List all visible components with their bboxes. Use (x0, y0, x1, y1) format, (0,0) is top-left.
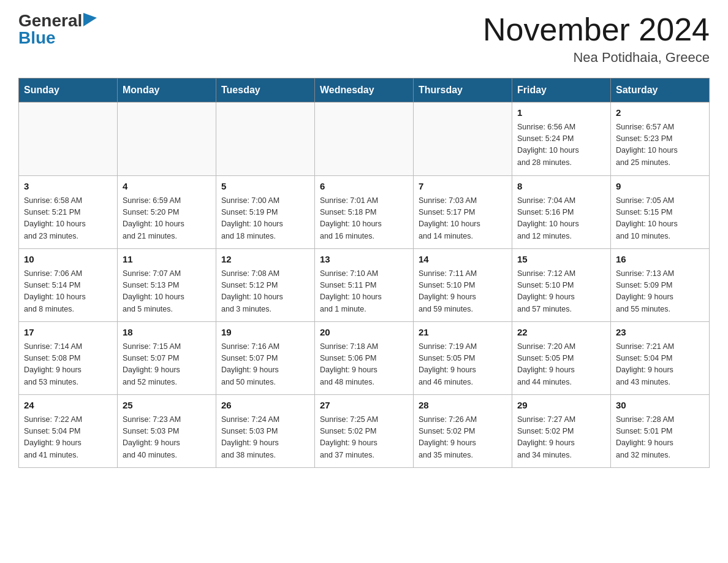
calendar-cell: 24Sunrise: 7:22 AM Sunset: 5:04 PM Dayli… (19, 395, 118, 468)
day-number: 21 (419, 326, 507, 340)
day-number: 23 (616, 326, 704, 340)
calendar-cell (216, 102, 315, 176)
day-info: Sunrise: 7:25 AM Sunset: 5:02 PM Dayligh… (320, 414, 408, 462)
day-info: Sunrise: 6:56 AM Sunset: 5:24 PM Dayligh… (517, 121, 605, 169)
day-info: Sunrise: 7:00 AM Sunset: 5:19 PM Dayligh… (221, 195, 309, 243)
day-number: 2 (616, 106, 704, 120)
day-info: Sunrise: 7:05 AM Sunset: 5:15 PM Dayligh… (616, 195, 704, 243)
calendar-table: SundayMondayTuesdayWednesdayThursdayFrid… (18, 78, 710, 468)
day-info: Sunrise: 7:18 AM Sunset: 5:06 PM Dayligh… (320, 341, 408, 389)
day-info: Sunrise: 7:28 AM Sunset: 5:01 PM Dayligh… (616, 414, 704, 462)
weekday-header-saturday: Saturday (611, 79, 710, 102)
day-number: 15 (517, 253, 605, 267)
calendar-cell: 25Sunrise: 7:23 AM Sunset: 5:03 PM Dayli… (118, 395, 216, 468)
weekday-header-row: SundayMondayTuesdayWednesdayThursdayFrid… (19, 79, 710, 102)
weekday-header-wednesday: Wednesday (315, 79, 414, 102)
calendar-cell: 29Sunrise: 7:27 AM Sunset: 5:02 PM Dayli… (512, 395, 611, 468)
day-number: 18 (123, 326, 211, 340)
calendar-cell: 17Sunrise: 7:14 AM Sunset: 5:08 PM Dayli… (19, 322, 118, 395)
calendar-cell: 10Sunrise: 7:06 AM Sunset: 5:14 PM Dayli… (19, 249, 118, 322)
day-number: 4 (123, 180, 211, 194)
calendar-cell: 12Sunrise: 7:08 AM Sunset: 5:12 PM Dayli… (216, 249, 315, 322)
day-info: Sunrise: 7:08 AM Sunset: 5:12 PM Dayligh… (221, 268, 309, 316)
day-info: Sunrise: 7:20 AM Sunset: 5:05 PM Dayligh… (517, 341, 605, 389)
day-number: 28 (419, 399, 507, 413)
logo: General Blue (18, 12, 97, 47)
calendar-cell (315, 102, 414, 176)
calendar-cell (118, 102, 216, 176)
calendar-week-5: 24Sunrise: 7:22 AM Sunset: 5:04 PM Dayli… (19, 395, 710, 468)
calendar-cell: 16Sunrise: 7:13 AM Sunset: 5:09 PM Dayli… (611, 249, 710, 322)
day-number: 16 (616, 253, 704, 267)
logo-icon (83, 13, 97, 26)
day-number: 22 (517, 326, 605, 340)
day-number: 14 (419, 253, 507, 267)
day-number: 9 (616, 180, 704, 194)
calendar-week-4: 17Sunrise: 7:14 AM Sunset: 5:08 PM Dayli… (19, 322, 710, 395)
calendar-cell: 7Sunrise: 7:03 AM Sunset: 5:17 PM Daylig… (414, 176, 512, 249)
day-info: Sunrise: 7:19 AM Sunset: 5:05 PM Dayligh… (419, 341, 507, 389)
day-info: Sunrise: 7:26 AM Sunset: 5:02 PM Dayligh… (419, 414, 507, 462)
calendar-week-2: 3Sunrise: 6:58 AM Sunset: 5:21 PM Daylig… (19, 176, 710, 249)
calendar-cell: 2Sunrise: 6:57 AM Sunset: 5:23 PM Daylig… (611, 102, 710, 176)
calendar-cell: 3Sunrise: 6:58 AM Sunset: 5:21 PM Daylig… (19, 176, 118, 249)
day-info: Sunrise: 7:21 AM Sunset: 5:04 PM Dayligh… (616, 341, 704, 389)
calendar-cell: 20Sunrise: 7:18 AM Sunset: 5:06 PM Dayli… (315, 322, 414, 395)
day-number: 10 (24, 253, 112, 267)
day-info: Sunrise: 6:57 AM Sunset: 5:23 PM Dayligh… (616, 121, 704, 169)
weekday-header-sunday: Sunday (19, 79, 118, 102)
month-title: November 2024 (483, 12, 710, 47)
day-number: 26 (221, 399, 309, 413)
calendar-week-3: 10Sunrise: 7:06 AM Sunset: 5:14 PM Dayli… (19, 249, 710, 322)
day-number: 17 (24, 326, 112, 340)
day-number: 20 (320, 326, 408, 340)
location-title: Nea Potidhaia, Greece (483, 50, 710, 66)
day-info: Sunrise: 7:03 AM Sunset: 5:17 PM Dayligh… (419, 195, 507, 243)
calendar-cell: 23Sunrise: 7:21 AM Sunset: 5:04 PM Dayli… (611, 322, 710, 395)
calendar-cell: 1Sunrise: 6:56 AM Sunset: 5:24 PM Daylig… (512, 102, 611, 176)
logo-blue-text: Blue (18, 29, 56, 47)
calendar-cell: 26Sunrise: 7:24 AM Sunset: 5:03 PM Dayli… (216, 395, 315, 468)
day-number: 27 (320, 399, 408, 413)
calendar-week-1: 1Sunrise: 6:56 AM Sunset: 5:24 PM Daylig… (19, 102, 710, 176)
day-info: Sunrise: 7:16 AM Sunset: 5:07 PM Dayligh… (221, 341, 309, 389)
day-number: 12 (221, 253, 309, 267)
day-info: Sunrise: 6:58 AM Sunset: 5:21 PM Dayligh… (24, 195, 112, 243)
weekday-header-thursday: Thursday (414, 79, 512, 102)
day-info: Sunrise: 7:11 AM Sunset: 5:10 PM Dayligh… (419, 268, 507, 316)
day-info: Sunrise: 7:15 AM Sunset: 5:07 PM Dayligh… (123, 341, 211, 389)
calendar-cell: 13Sunrise: 7:10 AM Sunset: 5:11 PM Dayli… (315, 249, 414, 322)
calendar-cell: 30Sunrise: 7:28 AM Sunset: 5:01 PM Dayli… (611, 395, 710, 468)
day-number: 8 (517, 180, 605, 194)
page-header: General Blue November 2024 Nea Potidhaia… (18, 12, 710, 66)
day-number: 13 (320, 253, 408, 267)
calendar-cell: 22Sunrise: 7:20 AM Sunset: 5:05 PM Dayli… (512, 322, 611, 395)
calendar-cell: 18Sunrise: 7:15 AM Sunset: 5:07 PM Dayli… (118, 322, 216, 395)
day-number: 29 (517, 399, 605, 413)
day-info: Sunrise: 7:01 AM Sunset: 5:18 PM Dayligh… (320, 195, 408, 243)
day-info: Sunrise: 7:04 AM Sunset: 5:16 PM Dayligh… (517, 195, 605, 243)
calendar-cell: 9Sunrise: 7:05 AM Sunset: 5:15 PM Daylig… (611, 176, 710, 249)
day-number: 3 (24, 180, 112, 194)
day-info: Sunrise: 7:22 AM Sunset: 5:04 PM Dayligh… (24, 414, 112, 462)
day-info: Sunrise: 7:06 AM Sunset: 5:14 PM Dayligh… (24, 268, 112, 316)
calendar-cell: 4Sunrise: 6:59 AM Sunset: 5:20 PM Daylig… (118, 176, 216, 249)
day-number: 19 (221, 326, 309, 340)
title-block: November 2024 Nea Potidhaia, Greece (483, 12, 710, 66)
day-info: Sunrise: 7:14 AM Sunset: 5:08 PM Dayligh… (24, 341, 112, 389)
day-number: 5 (221, 180, 309, 194)
day-number: 1 (517, 106, 605, 120)
calendar-cell: 14Sunrise: 7:11 AM Sunset: 5:10 PM Dayli… (414, 249, 512, 322)
calendar-cell: 28Sunrise: 7:26 AM Sunset: 5:02 PM Dayli… (414, 395, 512, 468)
day-number: 25 (123, 399, 211, 413)
weekday-header-monday: Monday (118, 79, 216, 102)
day-number: 30 (616, 399, 704, 413)
day-info: Sunrise: 7:12 AM Sunset: 5:10 PM Dayligh… (517, 268, 605, 316)
day-info: Sunrise: 7:27 AM Sunset: 5:02 PM Dayligh… (517, 414, 605, 462)
day-info: Sunrise: 7:10 AM Sunset: 5:11 PM Dayligh… (320, 268, 408, 316)
svg-marker-0 (83, 13, 97, 26)
calendar-cell: 5Sunrise: 7:00 AM Sunset: 5:19 PM Daylig… (216, 176, 315, 249)
day-info: Sunrise: 7:23 AM Sunset: 5:03 PM Dayligh… (123, 414, 211, 462)
calendar-cell: 8Sunrise: 7:04 AM Sunset: 5:16 PM Daylig… (512, 176, 611, 249)
day-number: 7 (419, 180, 507, 194)
